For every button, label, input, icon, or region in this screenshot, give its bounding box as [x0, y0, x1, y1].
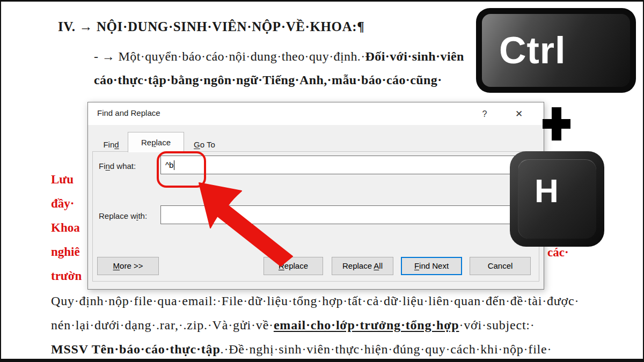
- paragraph-text: ·với·subject:·: [459, 318, 535, 332]
- button-label: ll: [379, 261, 383, 270]
- find-what-input[interactable]: ^b: [160, 156, 536, 174]
- cancel-button[interactable]: Cancel: [470, 257, 531, 275]
- document-paragraph-line: Quy·định·nộp·file·qua·email:·File·dữ·liệ…: [51, 294, 579, 308]
- red-text-fragment: Lưu: [51, 173, 89, 187]
- find-next-button[interactable]: Find Next: [401, 257, 462, 275]
- button-label: ore >>: [120, 261, 143, 270]
- h-key-face: H: [518, 159, 596, 239]
- tab-label: Fin: [103, 140, 114, 149]
- find-replace-dialog: Find and Replace ? ✕ Find Replace Go To …: [87, 102, 544, 290]
- paragraph-bold-text: Đối·với·sinh·viên: [365, 49, 464, 63]
- page-edge-top: [0, 0, 644, 2]
- red-text-fragment: trườn: [51, 269, 89, 283]
- h-key-label: H: [535, 172, 596, 210]
- label-text: Fi: [99, 161, 106, 171]
- replace-with-label: Replace with:: [99, 211, 147, 220]
- tab-label: lace: [156, 138, 171, 147]
- tab-label: o To: [200, 140, 215, 149]
- label-text: Replace w: [99, 211, 136, 220]
- help-button[interactable]: ?: [475, 107, 494, 121]
- button-accesskey: F: [414, 261, 419, 270]
- red-text-fragment: các·: [547, 246, 569, 260]
- document-paragraph-line: - → Một·quyển·báo·cáo·nội·dung·theo·quy·…: [94, 49, 464, 64]
- document-paragraph-line: nén·lại·dưới·dạng·.rar,·.zip.·Và·gửi·về·…: [51, 318, 535, 333]
- tab-label: Re: [141, 138, 151, 147]
- ctrl-key-graphic: Ctrl: [476, 8, 636, 93]
- tab-label-accesskey: G: [194, 140, 200, 149]
- button-label: Replace: [342, 261, 374, 270]
- page-edge-left: [0, 0, 1, 362]
- red-text-fragment: đầy·: [51, 197, 89, 211]
- tab-label-accesskey: p: [151, 138, 156, 147]
- red-text-fragment: Khoa: [51, 221, 89, 235]
- more-button[interactable]: More >>: [97, 257, 159, 275]
- red-text-fragment: nghiê: [51, 245, 89, 259]
- find-what-label: Find what:: [99, 161, 136, 171]
- h-key-graphic: H: [510, 151, 604, 247]
- tab-find[interactable]: Find: [94, 138, 128, 151]
- paragraph-bold-underline-text: email·cho·lớp·trưởng·tổng·hợp: [274, 318, 459, 332]
- page-edge-bottom: [0, 359, 644, 362]
- tab-replace[interactable]: Replace: [128, 132, 184, 152]
- plus-sign: [552, 107, 561, 141]
- ctrl-key-label: Ctrl: [499, 29, 566, 72]
- button-label: ind Next: [419, 261, 449, 270]
- button-accesskey: M: [113, 261, 120, 270]
- red-arrow-annotation: [193, 177, 301, 274]
- button-accesskey: A: [374, 261, 379, 270]
- tab-label-accesskey: d: [114, 140, 119, 149]
- dialog-title: Find and Replace: [97, 108, 160, 117]
- replace-all-button[interactable]: Replace All: [332, 257, 393, 275]
- document-paragraph-line: MSSV Tên·báo·cáo·thực·tập.·Đề·nghị·sinh·…: [51, 342, 552, 357]
- ctrl-key-face: Ctrl: [482, 14, 630, 87]
- label-text: d what:: [110, 161, 136, 171]
- button-label: Cancel: [488, 261, 513, 270]
- document-heading: IV. → NỘI·DUNG·SINH·VIÊN·NỘP·VỀ·KHOA:¶: [58, 19, 364, 34]
- label-text: th:: [138, 211, 147, 220]
- paragraph-text: nén·lại·dưới·dạng·.rar,·.zip.·Và·gửi·về·: [51, 318, 274, 332]
- tab-go-to[interactable]: Go To: [183, 138, 226, 151]
- paragraph-text: .·Đề·nghị·sinh·viên·thực·hiện·đúng·quy·c…: [221, 342, 552, 356]
- paragraph-bold-text: MSSV Tên·báo·cáo·thực·tập: [51, 342, 221, 356]
- label-accesskey: n: [106, 161, 110, 171]
- screenshot-canvas: IV. → NỘI·DUNG·SINH·VIÊN·NỘP·VỀ·KHOA:¶ -…: [0, 0, 644, 362]
- paragraph-text: - → Một·quyển·báo·cáo·nội·dung·theo·quy·…: [94, 49, 365, 63]
- close-icon[interactable]: ✕: [510, 107, 528, 121]
- dialog-titlebar[interactable]: Find and Replace ? ✕: [88, 102, 544, 125]
- document-paragraph-line: cáo·thực·tập·bằng·ngôn·ngữ·Tiếng·Anh,·mẫ…: [94, 73, 442, 87]
